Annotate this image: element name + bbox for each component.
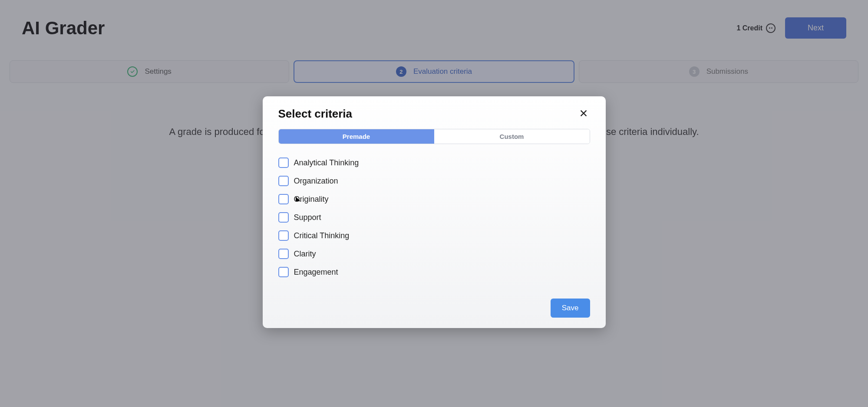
checkbox[interactable] bbox=[278, 158, 289, 168]
criteria-item-originality[interactable]: Originality bbox=[278, 190, 590, 208]
criteria-list: Analytical Thinking ◣ Organization Origi… bbox=[278, 154, 590, 281]
criteria-item-analytical-thinking[interactable]: Analytical Thinking bbox=[278, 154, 590, 172]
checkbox[interactable] bbox=[278, 212, 289, 223]
modal-title: Select criteria bbox=[278, 107, 353, 121]
checkbox[interactable] bbox=[278, 267, 289, 277]
criteria-label: Organization bbox=[294, 177, 338, 186]
criteria-item-support[interactable]: Support bbox=[278, 208, 590, 226]
modal-tabs: Premade Custom bbox=[278, 129, 590, 144]
close-icon bbox=[579, 113, 588, 119]
criteria-label: Critical Thinking bbox=[294, 231, 350, 240]
criteria-item-critical-thinking[interactable]: Critical Thinking bbox=[278, 226, 590, 245]
select-criteria-modal: Select criteria Premade Custom Analytica… bbox=[263, 96, 606, 328]
criteria-item-engagement[interactable]: Engagement bbox=[278, 263, 590, 281]
modal-overlay[interactable]: Select criteria Premade Custom Analytica… bbox=[0, 0, 868, 407]
criteria-item-organization[interactable]: Organization bbox=[278, 172, 590, 190]
criteria-label: Analytical Thinking bbox=[294, 158, 359, 167]
cursor-icon: ◣ bbox=[296, 195, 300, 202]
checkbox[interactable] bbox=[278, 249, 289, 259]
save-button[interactable]: Save bbox=[551, 299, 590, 318]
modal-footer: Save bbox=[278, 299, 590, 318]
criteria-item-clarity[interactable]: Clarity bbox=[278, 245, 590, 263]
modal-header: Select criteria bbox=[278, 107, 590, 121]
tab-custom[interactable]: Custom bbox=[434, 129, 590, 144]
criteria-label: Clarity bbox=[294, 249, 316, 259]
tab-premade[interactable]: Premade bbox=[279, 129, 434, 144]
checkbox[interactable] bbox=[278, 230, 289, 241]
close-button[interactable] bbox=[577, 107, 590, 121]
criteria-label: Support bbox=[294, 213, 321, 222]
criteria-label: Engagement bbox=[294, 268, 338, 277]
checkbox[interactable] bbox=[278, 194, 289, 204]
checkbox[interactable] bbox=[278, 176, 289, 186]
